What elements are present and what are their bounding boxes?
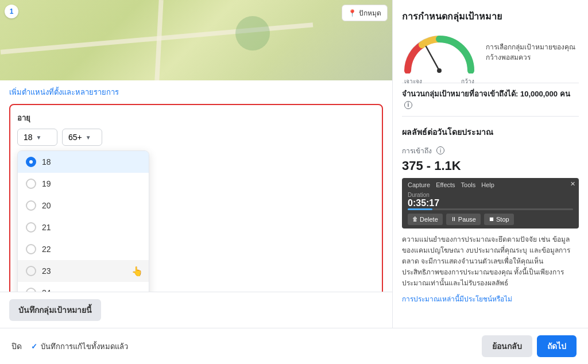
gauge-left-label: เจาะจง bbox=[404, 77, 422, 86]
delete-button[interactable]: 🗑 Delete bbox=[408, 214, 443, 225]
right-panel: การกำหนดกลุ่มเป้าหมาย bbox=[393, 0, 588, 328]
duration-time: 0:35:17 bbox=[408, 198, 439, 208]
results-description: ความแม่นยำของการประมาณจะยึดตามปัจจัย เช่… bbox=[402, 234, 579, 289]
age-option-22: 22 bbox=[42, 245, 51, 254]
stop-icon: ⏹ bbox=[489, 216, 494, 222]
age-option-24: 24 bbox=[42, 288, 51, 292]
pin-label: ปักหมุด bbox=[359, 7, 381, 18]
age-max-value: 65+ bbox=[68, 133, 82, 142]
cursor-hand-icon: 👆 bbox=[131, 266, 143, 277]
gauge-chart: เจาะจง กว้าง bbox=[402, 30, 477, 73]
targeting-title: การกำหนดกลุ่มเป้าหมาย bbox=[402, 9, 579, 24]
duration-label: Duration bbox=[408, 192, 430, 198]
list-item[interactable]: 24 bbox=[18, 282, 149, 292]
results-title: ผลลัพธ์ต่อวันโดยประมาณ bbox=[402, 126, 579, 138]
capture-menu-capture[interactable]: Capture bbox=[408, 181, 430, 188]
duration-display: 0:35:17 bbox=[408, 198, 573, 208]
audience-count-text: จำนวนกลุ่มเป้าหมายที่อาจเข้าถึงได้: 10,0… bbox=[402, 90, 570, 98]
radio-unselected bbox=[26, 200, 36, 211]
age-label: อายุ bbox=[17, 112, 375, 124]
pin-button[interactable]: 📍 ปักหมุด bbox=[342, 5, 388, 21]
radio-unselected bbox=[26, 244, 36, 254]
list-item[interactable]: 18 bbox=[18, 151, 149, 173]
capture-toolbar: Capture Effects Tools Help ✕ Duration 0:… bbox=[402, 178, 579, 229]
capture-controls: 🗑 Delete ⏸ Pause ⏹ Stop bbox=[408, 214, 573, 225]
age-option-19: 19 bbox=[42, 179, 51, 188]
map-area: 1 📍 ปักหมุด bbox=[0, 0, 392, 80]
map-step: 1 bbox=[5, 5, 18, 18]
stop-button[interactable]: ⏹ Stop bbox=[484, 214, 514, 225]
reach-label: การเข้าถึง i bbox=[402, 145, 579, 156]
capture-menu: Capture Effects Tools Help ✕ bbox=[408, 181, 573, 188]
save-btn-area: บันทึกกลุ่มเป้าหมายนี้ bbox=[0, 292, 392, 328]
add-location-link[interactable]: เพิ่มตำแหน่งที่ตั้งและหลายรายการ bbox=[0, 80, 392, 104]
capture-menu-help[interactable]: Help bbox=[481, 181, 494, 188]
age-max-dropdown[interactable]: 65+ ▼ bbox=[62, 129, 102, 146]
radio-unselected bbox=[26, 266, 36, 276]
delete-label: Delete bbox=[420, 216, 438, 223]
svg-point-1 bbox=[437, 68, 442, 73]
pin-icon: 📍 bbox=[348, 9, 357, 17]
age-dropdowns: 18 ▼ 65+ ▼ bbox=[17, 129, 375, 146]
age-option-18: 18 bbox=[42, 157, 51, 166]
radio-unselected bbox=[26, 179, 36, 189]
saved-label: บันทึกการแก้ไขทั้งหมดแล้ว bbox=[41, 340, 128, 353]
radio-unselected bbox=[26, 288, 36, 292]
left-panel: 1 📍 ปักหมุด เพิ่มตำแหน่งที่ตั้งและหลายรา… bbox=[0, 0, 393, 328]
pause-icon: ⏸ bbox=[451, 216, 457, 222]
map-background bbox=[0, 0, 392, 80]
age-selector-box: อายุ 18 ▼ 65+ ▼ 18 bbox=[9, 104, 383, 292]
trash-icon: 🗑 bbox=[412, 216, 418, 222]
info-icon[interactable]: i bbox=[404, 101, 412, 109]
list-item[interactable]: 20 bbox=[18, 195, 149, 216]
pause-label: Pause bbox=[458, 216, 476, 223]
gauge-section: เจาะจง กว้าง การเลือกกลุ่มเป้าหมายของคุณ… bbox=[402, 30, 579, 73]
age-option-23: 23 bbox=[42, 266, 51, 276]
reach-info-icon[interactable]: i bbox=[436, 146, 444, 154]
list-item[interactable]: 22 bbox=[18, 238, 149, 260]
radio-selected bbox=[26, 157, 36, 167]
bottom-left: ปิด ✓ บันทึกการแก้ไขทั้งหมดแล้ว bbox=[11, 340, 128, 353]
capture-progress-bar bbox=[408, 208, 573, 210]
close-icon[interactable]: ✕ bbox=[570, 180, 575, 188]
gauge-right-label: กว้าง bbox=[461, 77, 474, 86]
saved-status: ✓ บันทึกการแก้ไขทั้งหมดแล้ว bbox=[31, 340, 128, 353]
age-min-value: 18 bbox=[24, 133, 33, 142]
results-section: ผลลัพธ์ต่อวันโดยประมาณ การเข้าถึง i 375 … bbox=[402, 116, 579, 305]
capture-menu-effects[interactable]: Effects bbox=[436, 181, 455, 188]
save-audience-button[interactable]: บันทึกกลุ่มเป้าหมายนี้ bbox=[9, 299, 101, 321]
list-item[interactable]: 23 👆 bbox=[18, 260, 149, 282]
svg-line-0 bbox=[426, 47, 439, 71]
audience-count: จำนวนกลุ่มเป้าหมายที่อาจเข้าถึงได้: 10,0… bbox=[402, 83, 579, 114]
reach-label-text: การเข้าถึง bbox=[402, 145, 432, 156]
age-min-dropdown[interactable]: 18 ▼ bbox=[17, 129, 57, 146]
close-button[interactable]: ปิด bbox=[11, 340, 22, 353]
capture-menu-tools[interactable]: Tools bbox=[461, 181, 476, 188]
list-item[interactable]: 21 bbox=[18, 216, 149, 238]
radio-unselected bbox=[26, 222, 36, 233]
chevron-down-icon: ▼ bbox=[36, 134, 42, 141]
capture-duration-row: Duration bbox=[408, 192, 573, 198]
chevron-down-icon: ▼ bbox=[86, 134, 91, 141]
back-button[interactable]: ย้อนกลับ bbox=[482, 335, 532, 357]
gauge-labels: เจาะจง กว้าง bbox=[402, 77, 477, 86]
bottom-bar: ปิด ✓ บันทึกการแก้ไขทั้งหมดแล้ว ย้อนกลับ… bbox=[0, 328, 588, 364]
next-button[interactable]: ถัดไป bbox=[537, 335, 577, 357]
gauge-description: การเลือกกลุ่มเป้าหมายของคุณกว้างพอสมควร bbox=[486, 42, 579, 63]
age-option-21: 21 bbox=[42, 223, 51, 232]
checkmark-icon: ✓ bbox=[31, 342, 37, 351]
stop-label: Stop bbox=[496, 216, 509, 223]
reach-value: 375 - 1.1K bbox=[402, 158, 579, 173]
bottom-right: ย้อนกลับ ถัดไป bbox=[482, 335, 577, 357]
progress-fill bbox=[408, 208, 432, 210]
age-dropdown-list: 18 19 20 21 bbox=[17, 150, 149, 292]
results-link[interactable]: การประมาณเหล่านี้มีประโยชน์หรือไม่ bbox=[402, 293, 579, 304]
pause-button[interactable]: ⏸ Pause bbox=[446, 214, 481, 225]
left-content: อายุ 18 ▼ 65+ ▼ 18 bbox=[0, 104, 392, 292]
list-item[interactable]: 19 bbox=[18, 173, 149, 195]
age-option-20: 20 bbox=[42, 201, 51, 210]
